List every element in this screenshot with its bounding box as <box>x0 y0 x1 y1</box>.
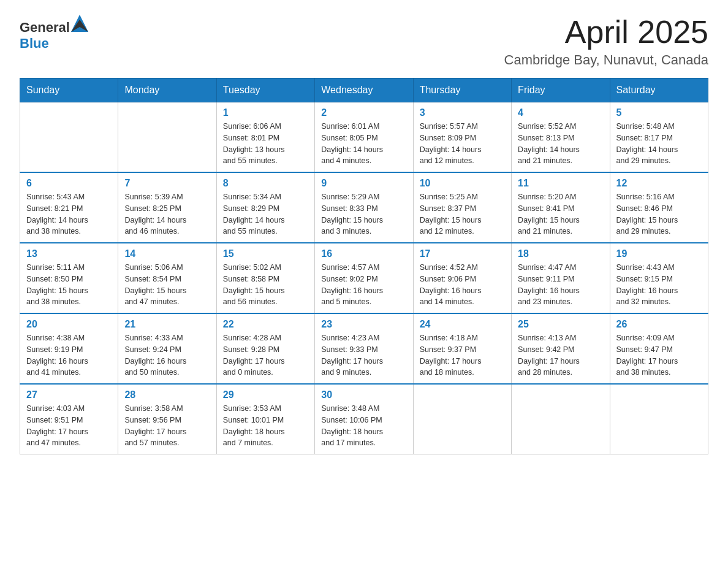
week-row-2: 6Sunrise: 5:43 AMSunset: 8:21 PMDaylight… <box>20 172 708 243</box>
day-number: 12 <box>616 178 702 189</box>
day-info: Sunrise: 5:57 AMSunset: 8:09 PMDaylight:… <box>420 121 505 167</box>
day-info: Sunrise: 4:23 AMSunset: 9:33 PMDaylight:… <box>321 332 406 378</box>
day-number: 5 <box>616 107 702 118</box>
logo-text: General Blue <box>20 15 88 52</box>
calendar-cell: 5Sunrise: 5:48 AMSunset: 8:17 PMDaylight… <box>610 102 708 173</box>
title-block: April 2025 Cambridge Bay, Nunavut, Canad… <box>504 15 708 68</box>
calendar-cell: 21Sunrise: 4:33 AMSunset: 9:24 PMDayligh… <box>118 313 216 384</box>
calendar-cell: 17Sunrise: 4:52 AMSunset: 9:06 PMDayligh… <box>413 243 511 313</box>
calendar-cell <box>413 384 511 454</box>
calendar-cell: 28Sunrise: 3:58 AMSunset: 9:56 PMDayligh… <box>118 384 216 454</box>
day-info: Sunrise: 5:43 AMSunset: 8:21 PMDaylight:… <box>26 191 112 237</box>
month-title: April 2025 <box>504 15 708 50</box>
day-number: 26 <box>616 319 702 330</box>
day-number: 19 <box>616 248 702 259</box>
calendar-cell: 15Sunrise: 5:02 AMSunset: 8:58 PMDayligh… <box>216 243 314 313</box>
calendar-cell <box>20 102 118 173</box>
page-header: General Blue April 2025 Cambridge Bay, N… <box>20 15 708 68</box>
day-info: Sunrise: 5:52 AMSunset: 8:13 PMDaylight:… <box>518 121 603 167</box>
calendar-cell: 22Sunrise: 4:28 AMSunset: 9:28 PMDayligh… <box>216 313 314 384</box>
week-row-5: 27Sunrise: 4:03 AMSunset: 9:51 PMDayligh… <box>20 384 708 454</box>
calendar-cell: 11Sunrise: 5:20 AMSunset: 8:41 PMDayligh… <box>512 172 610 243</box>
day-number: 27 <box>26 389 112 400</box>
calendar-cell <box>610 384 708 454</box>
day-info: Sunrise: 4:47 AMSunset: 9:11 PMDaylight:… <box>518 262 603 308</box>
day-number: 13 <box>26 248 112 259</box>
day-info: Sunrise: 4:57 AMSunset: 9:02 PMDaylight:… <box>321 262 406 308</box>
logo-icon <box>71 15 88 32</box>
calendar-cell: 19Sunrise: 4:43 AMSunset: 9:15 PMDayligh… <box>610 243 708 313</box>
calendar-cell: 25Sunrise: 4:13 AMSunset: 9:42 PMDayligh… <box>512 313 610 384</box>
weekday-header-monday: Monday <box>118 79 216 102</box>
calendar-cell: 18Sunrise: 4:47 AMSunset: 9:11 PMDayligh… <box>512 243 610 313</box>
calendar-cell: 4Sunrise: 5:52 AMSunset: 8:13 PMDaylight… <box>512 102 610 173</box>
day-info: Sunrise: 5:20 AMSunset: 8:41 PMDaylight:… <box>518 191 603 237</box>
day-info: Sunrise: 4:13 AMSunset: 9:42 PMDaylight:… <box>518 332 603 378</box>
day-number: 24 <box>420 319 505 330</box>
logo-general: General <box>20 20 70 35</box>
weekday-header-saturday: Saturday <box>610 79 708 102</box>
calendar-cell: 27Sunrise: 4:03 AMSunset: 9:51 PMDayligh… <box>20 384 118 454</box>
calendar-cell <box>512 384 610 454</box>
calendar-cell: 6Sunrise: 5:43 AMSunset: 8:21 PMDaylight… <box>20 172 118 243</box>
day-number: 4 <box>518 107 603 118</box>
calendar-cell: 20Sunrise: 4:38 AMSunset: 9:19 PMDayligh… <box>20 313 118 384</box>
weekday-header-wednesday: Wednesday <box>315 79 413 102</box>
day-number: 21 <box>124 319 210 330</box>
weekday-header-sunday: Sunday <box>20 79 118 102</box>
day-number: 22 <box>223 319 308 330</box>
day-info: Sunrise: 4:03 AMSunset: 9:51 PMDaylight:… <box>26 403 112 449</box>
day-info: Sunrise: 3:48 AMSunset: 10:06 PMDaylight… <box>321 403 406 449</box>
calendar-cell: 30Sunrise: 3:48 AMSunset: 10:06 PMDaylig… <box>315 384 413 454</box>
calendar-cell: 3Sunrise: 5:57 AMSunset: 8:09 PMDaylight… <box>413 102 511 173</box>
day-info: Sunrise: 4:43 AMSunset: 9:15 PMDaylight:… <box>616 262 702 308</box>
location-title: Cambridge Bay, Nunavut, Canada <box>504 52 708 68</box>
day-number: 11 <box>518 178 603 189</box>
day-info: Sunrise: 3:53 AMSunset: 10:01 PMDaylight… <box>223 403 308 449</box>
calendar-cell: 8Sunrise: 5:34 AMSunset: 8:29 PMDaylight… <box>216 172 314 243</box>
day-number: 20 <box>26 319 112 330</box>
day-number: 30 <box>321 389 406 400</box>
day-info: Sunrise: 4:09 AMSunset: 9:47 PMDaylight:… <box>616 332 702 378</box>
day-number: 10 <box>420 178 505 189</box>
day-info: Sunrise: 3:58 AMSunset: 9:56 PMDaylight:… <box>124 403 210 449</box>
calendar-cell: 12Sunrise: 5:16 AMSunset: 8:46 PMDayligh… <box>610 172 708 243</box>
calendar-cell: 2Sunrise: 6:01 AMSunset: 8:05 PMDaylight… <box>315 102 413 173</box>
day-number: 25 <box>518 319 603 330</box>
day-number: 16 <box>321 248 406 259</box>
day-info: Sunrise: 4:52 AMSunset: 9:06 PMDaylight:… <box>420 262 505 308</box>
day-number: 14 <box>124 248 210 259</box>
weekday-header-tuesday: Tuesday <box>216 79 314 102</box>
calendar-cell: 14Sunrise: 5:06 AMSunset: 8:54 PMDayligh… <box>118 243 216 313</box>
logo-blue: Blue <box>20 36 49 51</box>
calendar-table: SundayMondayTuesdayWednesdayThursdayFrid… <box>20 78 708 454</box>
day-info: Sunrise: 5:48 AMSunset: 8:17 PMDaylight:… <box>616 121 702 167</box>
day-number: 15 <box>223 248 308 259</box>
day-number: 29 <box>223 389 308 400</box>
weekday-header-row: SundayMondayTuesdayWednesdayThursdayFrid… <box>20 79 708 102</box>
day-info: Sunrise: 5:34 AMSunset: 8:29 PMDaylight:… <box>223 191 308 237</box>
day-number: 1 <box>223 107 308 118</box>
day-info: Sunrise: 4:28 AMSunset: 9:28 PMDaylight:… <box>223 332 308 378</box>
day-info: Sunrise: 6:01 AMSunset: 8:05 PMDaylight:… <box>321 121 406 167</box>
day-number: 17 <box>420 248 505 259</box>
day-number: 8 <box>223 178 308 189</box>
calendar-cell: 23Sunrise: 4:23 AMSunset: 9:33 PMDayligh… <box>315 313 413 384</box>
day-number: 7 <box>124 178 210 189</box>
week-row-4: 20Sunrise: 4:38 AMSunset: 9:19 PMDayligh… <box>20 313 708 384</box>
week-row-1: 1Sunrise: 6:06 AMSunset: 8:01 PMDaylight… <box>20 102 708 173</box>
day-number: 3 <box>420 107 505 118</box>
weekday-header-thursday: Thursday <box>413 79 511 102</box>
calendar-cell: 9Sunrise: 5:29 AMSunset: 8:33 PMDaylight… <box>315 172 413 243</box>
day-info: Sunrise: 5:11 AMSunset: 8:50 PMDaylight:… <box>26 262 112 308</box>
calendar-cell: 10Sunrise: 5:25 AMSunset: 8:37 PMDayligh… <box>413 172 511 243</box>
week-row-3: 13Sunrise: 5:11 AMSunset: 8:50 PMDayligh… <box>20 243 708 313</box>
calendar-cell: 7Sunrise: 5:39 AMSunset: 8:25 PMDaylight… <box>118 172 216 243</box>
day-number: 18 <box>518 248 603 259</box>
calendar-cell: 24Sunrise: 4:18 AMSunset: 9:37 PMDayligh… <box>413 313 511 384</box>
day-info: Sunrise: 4:38 AMSunset: 9:19 PMDaylight:… <box>26 332 112 378</box>
day-number: 28 <box>124 389 210 400</box>
day-info: Sunrise: 5:16 AMSunset: 8:46 PMDaylight:… <box>616 191 702 237</box>
day-number: 2 <box>321 107 406 118</box>
day-number: 23 <box>321 319 406 330</box>
